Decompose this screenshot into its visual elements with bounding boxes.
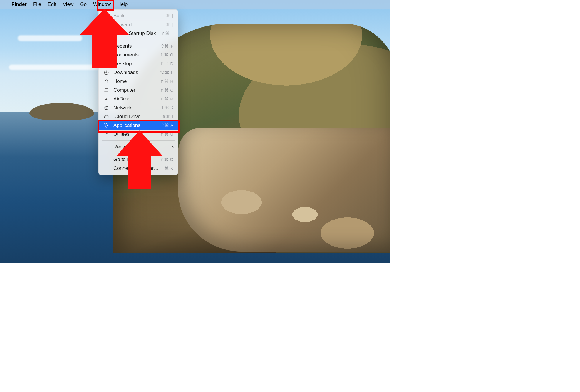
go-home-shortcut: ⇧⌘ H: [160, 79, 174, 84]
go-computer[interactable]: Computer ⇧⌘ C: [99, 86, 178, 95]
go-applications[interactable]: Applications ⇧⌘ A: [99, 121, 178, 130]
go-airdrop-shortcut: ⇧⌘ R: [160, 96, 174, 102]
go-forward-shortcut: ⌘ ]: [166, 22, 174, 27]
go-back-shortcut: ⌘ [: [166, 13, 174, 19]
go-icloud[interactable]: iCloud Drive ⇧⌘ I: [99, 112, 178, 121]
utilities-icon: [103, 132, 109, 137]
globe-icon: [103, 105, 109, 110]
go-startup-disk-shortcut: ⇧⌘ ↑: [161, 31, 174, 36]
menu-view[interactable]: View: [60, 1, 77, 8]
go-icloud-label: iCloud Drive: [113, 114, 158, 120]
home-icon: [103, 79, 109, 84]
go-icloud-shortcut: ⇧⌘ I: [162, 114, 174, 119]
airdrop-icon: [103, 96, 109, 102]
menubar[interactable]: Finder File Edit View Go Window Help: [0, 0, 390, 9]
menu-help[interactable]: Help: [114, 1, 131, 8]
go-applications-label: Applications: [113, 123, 157, 128]
chevron-right-icon: ›: [172, 144, 174, 150]
annotation-arrow-up-to-applications: [116, 130, 163, 189]
svg-rect-3: [105, 89, 108, 91]
wallpaper-catalina: [0, 0, 390, 263]
go-network-label: Network: [113, 105, 156, 111]
go-computer-shortcut: ⇧⌘ C: [160, 88, 174, 93]
applications-icon: [103, 123, 109, 128]
go-downloads[interactable]: Downloads ⌥⌘ L: [99, 68, 178, 77]
menu-file[interactable]: File: [30, 1, 44, 8]
annotation-arrow-up-to-go: [79, 9, 129, 68]
menu-go[interactable]: Go: [77, 1, 90, 8]
go-downloads-shortcut: ⌥⌘ L: [160, 70, 174, 75]
go-airdrop[interactable]: AirDrop ⇧⌘ R: [99, 95, 178, 103]
laptop-icon: [103, 88, 109, 93]
cloud-icon: [103, 114, 109, 119]
svg-marker-8: [116, 130, 163, 189]
go-downloads-label: Downloads: [113, 70, 155, 76]
go-network[interactable]: Network ⇧⌘ K: [99, 103, 178, 112]
go-network-shortcut: ⇧⌘ K: [160, 105, 174, 110]
menu-edit[interactable]: Edit: [44, 1, 59, 8]
menu-window[interactable]: Window: [90, 1, 114, 8]
go-desktop-shortcut: ⇧⌘ D: [160, 61, 174, 66]
go-home[interactable]: Home ⇧⌘ H: [99, 77, 178, 86]
go-recents-shortcut: ⇧⌘ F: [161, 43, 174, 49]
go-home-label: Home: [113, 78, 156, 84]
go-connect-server-shortcut: ⌘ K: [165, 166, 174, 171]
svg-marker-7: [79, 9, 129, 68]
go-computer-label: Computer: [113, 87, 156, 93]
download-icon: [103, 70, 109, 75]
macos-desktop: Finder File Edit View Go Window Help Bac…: [0, 0, 390, 263]
go-documents-shortcut: ⇧⌘ O: [160, 52, 174, 58]
app-menu[interactable]: Finder: [8, 1, 30, 8]
go-airdrop-label: AirDrop: [113, 96, 156, 102]
go-applications-shortcut: ⇧⌘ A: [161, 123, 174, 128]
